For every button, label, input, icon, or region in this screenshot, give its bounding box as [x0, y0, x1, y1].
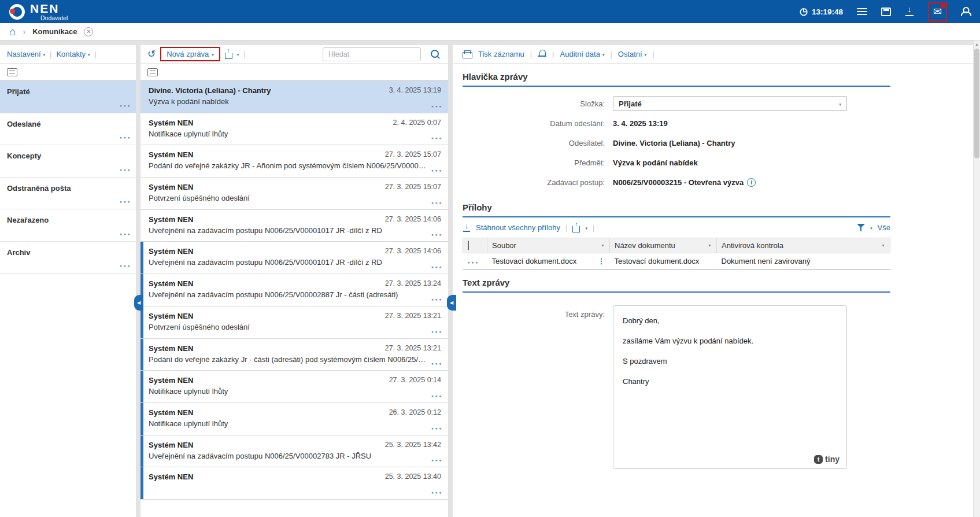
more-options-icon[interactable] [431, 132, 443, 141]
column-filter-icon[interactable]: ▼ [601, 243, 605, 248]
more-options-icon[interactable] [431, 358, 443, 367]
field-value: Výzva k podání nabídek [613, 158, 698, 167]
contacts-menu[interactable]: Kontakty ▾ [56, 50, 90, 58]
list-settings-icon[interactable] [147, 68, 158, 76]
message-list-item[interactable]: Systém NEN Potvrzení úspěšného odeslání … [140, 178, 448, 210]
more-options-icon[interactable] [431, 294, 443, 302]
message-list-item[interactable]: Divine. Victoria (Leliana) - Chantry Výz… [140, 81, 448, 113]
messages-button[interactable]: ✉ [928, 2, 947, 21]
list-settings-icon[interactable] [7, 68, 17, 76]
calendar-icon[interactable] [881, 8, 891, 16]
download-icon[interactable] [905, 7, 914, 16]
clock: ◷ 13:19:48 [800, 7, 843, 16]
more-options-icon[interactable] [431, 197, 443, 206]
message-list-item[interactable]: Systém NEN Uveřejnění na zadávacím postu… [140, 242, 448, 274]
more-options-icon[interactable] [431, 455, 443, 463]
info-icon[interactable]: i [747, 178, 756, 187]
menu-icon[interactable] [857, 8, 867, 16]
home-icon[interactable]: ⌂ [9, 26, 16, 37]
more-options-icon[interactable] [431, 390, 443, 399]
message-list-item[interactable]: Systém NEN Uveřejnění na zadávacím postu… [140, 210, 448, 242]
message-detail-panel: Tisk záznamu | | Auditní data ▾ | Ostatn… [453, 45, 973, 517]
export-icon[interactable] [572, 226, 580, 232]
chevron-down-icon[interactable]: ▾ [237, 53, 239, 57]
print-icon[interactable] [463, 50, 472, 58]
more-options-icon[interactable] [431, 165, 443, 173]
print-record-button[interactable]: Tisk záznamu [478, 50, 524, 58]
attachment-row[interactable]: Testovací dokument.docx⋮ Testovací dokum… [463, 253, 890, 269]
scroll-up-icon[interactable]: ▲ [974, 40, 980, 48]
more-options-icon[interactable] [431, 261, 443, 270]
message-date: 27. 3. 2025 0:14 [389, 376, 441, 384]
download-all-button[interactable]: Stáhnout všechny přílohy [476, 223, 560, 232]
message-list-item[interactable]: Systém NEN Podání do veřejné zakázky Jr … [140, 339, 448, 371]
message-subject: Uveřejnění na zadávacím postupu N006/25/… [149, 226, 441, 235]
field-folder: Složka: Přijaté ▾ [463, 96, 890, 111]
more-options-icon[interactable] [431, 326, 443, 335]
more-options-icon[interactable] [120, 164, 131, 173]
column-header[interactable]: Soubor [492, 241, 516, 250]
folder-list: Přijaté Odeslané Koncepty Odstraněná poš… [0, 81, 136, 517]
more-options-icon[interactable] [431, 487, 443, 496]
clock-icon: ◷ [800, 7, 808, 16]
list-settings-icon[interactable] [468, 241, 469, 250]
more-options-icon[interactable] [120, 100, 131, 109]
export-icon[interactable] [225, 53, 232, 59]
search-input[interactable] [323, 47, 421, 61]
message-subject: Uveřejnění na zadávacím postupu N006/25/… [149, 452, 441, 460]
more-options-icon[interactable] [431, 229, 443, 238]
row-menu-icon[interactable]: ⋮ [598, 257, 605, 265]
column-header[interactable]: Název dokumentu [615, 241, 675, 250]
more-options-icon[interactable] [120, 260, 131, 269]
message-list-item[interactable]: Systém NEN Potvrzení úspěšného odeslání … [140, 306, 448, 339]
close-tab-icon[interactable]: ✕ [84, 27, 93, 36]
settings-menu[interactable]: Nastavení ▾ [7, 50, 45, 58]
scrollbar-thumb[interactable] [974, 49, 979, 158]
folder-item-koncepty[interactable]: Koncepty [0, 145, 136, 178]
nen-logo[interactable]: NEN Dodavatel [9, 2, 68, 21]
folder-item-odstranena-posta[interactable]: Odstraněná pošta [0, 178, 136, 210]
chevron-down-icon[interactable]: ▾ [870, 226, 872, 230]
more-options-icon[interactable] [120, 196, 131, 205]
attachment-file[interactable]: Testovací dokument.docx [492, 257, 577, 265]
message-list-item[interactable]: Systém NEN Uveřejnění na zadávacím postu… [140, 435, 448, 468]
folder-item-nezarazeno[interactable]: Nezařazeno [0, 209, 136, 242]
chevron-down-icon[interactable]: ▾ [585, 226, 587, 230]
more-options-icon[interactable] [431, 423, 443, 431]
folder-select[interactable]: Přijaté ▾ [613, 96, 847, 111]
more-options-icon[interactable] [120, 228, 131, 237]
chevron-down-icon: ▾ [88, 53, 90, 57]
message-date: 25. 3. 2025 13:40 [385, 472, 441, 481]
message-list-item[interactable]: Systém NEN Notifikace uplynutí lhůty 26.… [140, 403, 448, 435]
download-all-icon[interactable] [463, 224, 471, 232]
more-options-icon[interactable] [468, 257, 479, 265]
user-profile-icon[interactable] [961, 7, 971, 16]
column-filter-icon[interactable]: ▼ [881, 243, 885, 248]
notification-bell-icon[interactable] [538, 50, 546, 58]
refresh-icon[interactable]: ↺ [147, 49, 156, 59]
search-icon[interactable] [430, 49, 440, 59]
message-text-editor[interactable]: Dobrý den, zasíláme Vám výzvu k podání n… [613, 305, 847, 469]
other-menu[interactable]: Ostatní ▾ [618, 50, 646, 58]
field-subject: Předmět: Výzva k podání nabídek [463, 155, 890, 170]
new-message-button[interactable]: Nová zpráva ▾ [160, 47, 220, 61]
filter-icon[interactable] [857, 224, 865, 231]
folder-item-prijate[interactable]: Přijaté [0, 81, 136, 113]
more-options-icon[interactable] [431, 101, 443, 109]
brand-subtitle: Dodavatel [40, 15, 68, 21]
folder-item-odeslane[interactable]: Odeslané [0, 113, 136, 146]
column-filter-icon[interactable]: ▼ [708, 243, 712, 248]
message-list-item[interactable]: Systém NEN 25. 3. 2025 13:40 [140, 467, 448, 500]
collapse-panel-handle[interactable]: ◀ [134, 295, 143, 311]
folder-item-archiv[interactable]: Archiv [0, 242, 136, 274]
collapse-panel-handle[interactable]: ◀ [447, 295, 456, 311]
column-header[interactable]: Antivirová kontrola [722, 241, 783, 250]
message-list-item[interactable]: Systém NEN Uveřejnění na zadávacím postu… [140, 274, 448, 306]
message-list-item[interactable]: Systém NEN Podání do veřejné zakázky JR … [140, 145, 448, 178]
vertical-scrollbar[interactable]: ▲ [973, 40, 980, 517]
audit-data-menu[interactable]: Auditní data ▾ [560, 50, 605, 58]
message-list-item[interactable]: Systém NEN Notifikace uplynutí lhůty 2. … [140, 113, 448, 146]
more-options-icon[interactable] [120, 132, 131, 141]
message-list-item[interactable]: Systém NEN Notifikace uplynutí lhůty 27.… [140, 371, 448, 403]
filter-all-button[interactable]: Vše [878, 223, 890, 232]
